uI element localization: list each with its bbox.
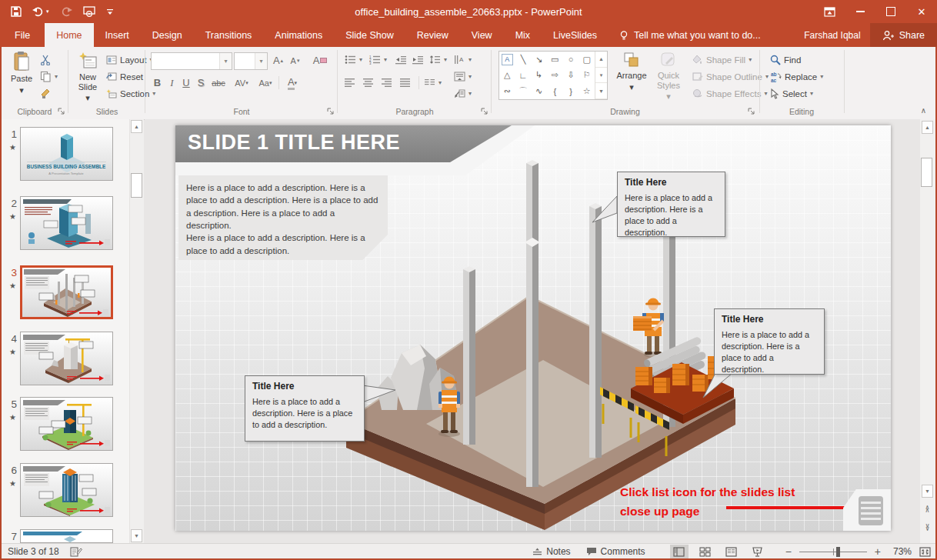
shape-arc-icon[interactable]: ⌒ xyxy=(515,83,532,99)
numbering-button[interactable]: 123 ▾ xyxy=(369,52,387,68)
shape-triangle-icon[interactable]: △ xyxy=(499,68,515,84)
fit-to-window-icon[interactable] xyxy=(919,547,931,557)
minimize-button[interactable] xyxy=(845,0,875,23)
ribbon-display-options-button[interactable] xyxy=(814,0,845,23)
zoom-out-button[interactable]: − xyxy=(785,545,792,558)
shape-elbow-arrow-icon[interactable]: ↳ xyxy=(531,68,547,84)
tab-view[interactable]: View xyxy=(460,23,504,47)
change-case-button[interactable]: Aa▾ xyxy=(255,75,275,91)
slide-title[interactable]: SLIDE 1 TITLE HERE xyxy=(188,131,400,155)
align-text-button[interactable]: ▾ xyxy=(454,68,472,85)
slide-indicator[interactable]: Slide 3 of 18 xyxy=(8,546,59,557)
tab-slide-show[interactable]: Slide Show xyxy=(334,23,405,47)
shape-right-brace-icon[interactable]: } xyxy=(563,83,579,99)
reading-view-button[interactable] xyxy=(722,545,741,558)
previous-slide-button[interactable]: ∧∧ xyxy=(922,502,933,516)
normal-view-button[interactable] xyxy=(670,545,689,558)
slide-description-box[interactable]: Here is a place to add a description. He… xyxy=(178,175,388,260)
scroll-down-button[interactable]: ▼ xyxy=(922,485,933,498)
align-left-button[interactable] xyxy=(345,75,355,91)
font-size-caret-icon[interactable]: ▾ xyxy=(255,53,267,69)
decrease-indent-button[interactable] xyxy=(395,52,407,68)
tab-insert[interactable]: Insert xyxy=(94,23,141,47)
save-button[interactable] xyxy=(11,6,22,17)
clear-formatting-button[interactable]: A xyxy=(312,52,328,68)
slide-thumbnail-2[interactable] xyxy=(20,196,113,250)
callout-left[interactable]: Title Here Here is a place to add a desc… xyxy=(245,375,365,442)
italic-button[interactable]: I xyxy=(166,75,178,91)
user-name[interactable]: Farshad Iqbal xyxy=(795,23,869,47)
shape-oval-icon[interactable]: ○ xyxy=(563,52,579,68)
font-size-combobox[interactable]: ▾ xyxy=(234,52,268,70)
slide-thumbnail-5[interactable] xyxy=(20,397,113,451)
slide-thumbnail-3-selected[interactable] xyxy=(20,265,113,319)
underline-button[interactable]: U xyxy=(180,75,192,91)
shape-curve-icon[interactable]: ∿ xyxy=(531,83,547,99)
font-name-combobox[interactable]: ▾ xyxy=(151,52,232,70)
paragraph-dialog-launcher[interactable] xyxy=(480,107,489,115)
shape-flag-icon[interactable]: ⚐ xyxy=(579,68,595,84)
font-dialog-launcher[interactable] xyxy=(326,107,335,115)
line-spacing-button[interactable]: ▾ xyxy=(429,52,447,68)
tab-transitions[interactable]: Transitions xyxy=(194,23,264,47)
shape-fill-button[interactable]: Shape Fill▾ xyxy=(692,52,752,68)
tab-file[interactable]: File xyxy=(0,23,45,47)
shape-arrow-icon[interactable]: ↘ xyxy=(531,52,547,68)
grow-font-button[interactable]: A▴ xyxy=(271,52,285,68)
find-button[interactable]: Find xyxy=(770,52,801,68)
align-right-button[interactable] xyxy=(382,75,392,91)
font-color-button[interactable]: A▾ xyxy=(283,75,302,91)
slide-canvas[interactable]: SLIDE 1 TITLE HERE Here is a place to ad… xyxy=(175,125,891,531)
scroll-up-button[interactable]: ▲ xyxy=(922,121,933,134)
tell-me-box[interactable]: Tell me what you want to do... xyxy=(609,23,772,47)
maximize-button[interactable] xyxy=(875,0,906,23)
tab-liveslides[interactable]: LiveSlides xyxy=(542,23,609,47)
zoom-level[interactable]: 73% xyxy=(889,546,912,557)
quick-styles-button[interactable]: Quick Styles ▾ xyxy=(651,51,686,102)
customize-qat-button[interactable] xyxy=(106,8,114,15)
callout-right-middle[interactable]: Title Here Here is a place to add a desc… xyxy=(714,308,825,375)
scrollbar-thumb[interactable] xyxy=(921,158,932,187)
share-button[interactable]: Share xyxy=(870,23,937,47)
shape-line-icon[interactable]: ╲ xyxy=(515,52,532,68)
copy-button[interactable]: ▾ xyxy=(40,68,58,85)
drawing-dialog-launcher[interactable] xyxy=(747,107,755,115)
tab-design[interactable]: Design xyxy=(141,23,194,47)
columns-button[interactable]: ▾ xyxy=(425,75,442,91)
text-direction-button[interactable]: A ▾ xyxy=(454,52,472,68)
callout-top-right[interactable]: Title Here Here is a place to add a desc… xyxy=(617,172,725,237)
convert-to-smartart-button[interactable]: ▾ xyxy=(454,85,472,102)
slide-thumbnail-1[interactable]: BUSINESS BUILDING ASSEMBLE A Presentatio… xyxy=(20,127,113,181)
slide-thumbnail-6[interactable] xyxy=(20,463,113,517)
increase-indent-button[interactable] xyxy=(412,52,424,68)
close-button[interactable]: ✕ xyxy=(906,0,937,23)
comments-button[interactable]: Comments xyxy=(586,546,645,557)
tab-review[interactable]: Review xyxy=(405,23,460,47)
shape-rounded-rectangle-icon[interactable]: ▢ xyxy=(579,52,595,68)
slide-show-button[interactable] xyxy=(749,545,767,558)
notes-button[interactable]: Notes xyxy=(532,546,570,557)
shape-star-icon[interactable]: ☆ xyxy=(579,83,595,99)
select-button[interactable]: Select▾ xyxy=(770,85,813,102)
strikethrough-button[interactable]: abc xyxy=(209,75,228,91)
reset-button[interactable]: Reset xyxy=(106,68,143,85)
shape-outline-button[interactable]: Shape Outline▾ xyxy=(692,68,769,85)
character-spacing-button[interactable]: AV▾ xyxy=(231,75,252,91)
shape-effects-button[interactable]: Shape Effects▾ xyxy=(692,85,767,102)
redo-button[interactable] xyxy=(60,6,72,17)
panel-scroll-down-button[interactable]: ▼ xyxy=(131,529,142,542)
font-name-caret-icon[interactable]: ▾ xyxy=(219,53,232,69)
shape-elbow-connector-icon[interactable]: ∟ xyxy=(515,68,532,84)
tab-animations[interactable]: Animations xyxy=(263,23,334,47)
slide-thumbnail-7[interactable] xyxy=(20,529,113,543)
shapes-more-button[interactable]: ▼ xyxy=(595,83,607,99)
shrink-font-button[interactable]: A▾ xyxy=(288,52,302,68)
bold-button[interactable]: B xyxy=(151,75,164,91)
justify-button[interactable] xyxy=(400,75,411,91)
zoom-slider-thumb[interactable] xyxy=(836,547,840,557)
construction-worker-carrying[interactable] xyxy=(633,298,664,358)
shape-scribble-icon[interactable]: ∾ xyxy=(499,83,515,99)
replace-button[interactable]: abac Replace▾ xyxy=(770,68,823,85)
tab-home[interactable]: Home xyxy=(45,23,93,47)
slide-thumbnail-4[interactable] xyxy=(20,332,113,385)
